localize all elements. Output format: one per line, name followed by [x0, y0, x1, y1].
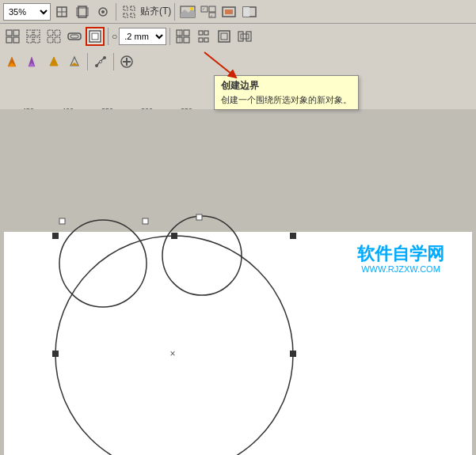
snap-icon-btn[interactable]: ✓ ✓ [199, 2, 218, 21]
frame-btn[interactable] [219, 2, 238, 21]
svg-point-60 [95, 64, 98, 67]
svg-rect-24 [6, 37, 12, 43]
svg-rect-25 [13, 30, 19, 36]
svg-rect-32 [55, 30, 60, 36]
svg-rect-42 [184, 37, 189, 43]
freehand-btn[interactable] [3, 52, 22, 71]
svg-rect-52 [241, 34, 249, 39]
select-shape-btn[interactable] [3, 27, 22, 46]
svg-rect-35 [68, 33, 81, 40]
separator1 [116, 3, 116, 21]
svg-rect-30 [34, 37, 40, 43]
svg-rect-40 [184, 30, 189, 36]
round-rect-btn[interactable] [44, 27, 63, 46]
svg-rect-41 [177, 37, 182, 43]
handle-mr[interactable] [290, 351, 296, 357]
svg-rect-23 [6, 30, 12, 36]
fit-page-btn[interactable] [73, 2, 92, 21]
view-btn[interactable] [93, 2, 112, 21]
svg-rect-47 [204, 38, 208, 42]
svg-rect-49 [221, 33, 227, 40]
svg-rect-28 [27, 37, 32, 43]
svg-point-13 [190, 7, 193, 10]
inner-round-btn[interactable] [65, 27, 84, 46]
eyedrop-btn[interactable] [24, 52, 43, 71]
toolbar-row1: 35% 50% 75% 100% 贴齐(T) ✓ ✓ [0, 0, 476, 24]
mm-input[interactable]: .2 mm .5 mm 1 mm [119, 28, 166, 45]
svg-rect-46 [199, 38, 203, 42]
circle-icon: ○ [112, 31, 117, 42]
svg-rect-39 [177, 30, 182, 36]
extra-btn[interactable] [240, 2, 259, 21]
plus-btn[interactable] [117, 52, 136, 71]
svg-rect-36 [70, 35, 78, 38]
svg-rect-9 [124, 13, 128, 17]
snap-label[interactable]: 贴齐(T) [140, 5, 171, 18]
svg-point-6 [101, 10, 105, 13]
svg-rect-22 [243, 7, 249, 17]
svg-rect-10 [131, 13, 135, 17]
align-btn4[interactable] [235, 27, 254, 46]
svg-point-62 [103, 56, 106, 59]
zoom-tool-btn[interactable] [52, 2, 71, 21]
svg-rect-29 [34, 30, 40, 36]
tooltip-box: 创建边界 创建一个围绕所选对象的新对象。 [214, 75, 359, 110]
svg-rect-31 [48, 30, 53, 36]
handle-tr[interactable] [290, 233, 296, 239]
snap-grid-btn[interactable] [120, 2, 139, 21]
image-btn1[interactable] [178, 2, 197, 21]
right-ear-circle[interactable] [162, 216, 242, 295]
svg-rect-33 [48, 37, 53, 43]
pen-btn[interactable] [91, 52, 110, 71]
fill-btn[interactable] [65, 52, 84, 71]
toolbar-row2: ○ .2 mm .5 mm 1 mm [0, 24, 476, 49]
svg-rect-7 [124, 6, 128, 10]
separator5 [87, 53, 88, 70]
svg-text:✓: ✓ [210, 13, 213, 18]
svg-rect-20 [225, 9, 233, 14]
separator6 [113, 53, 114, 70]
center-cross: × [169, 348, 175, 359]
create-boundary-btn[interactable] [86, 27, 105, 46]
handle-tl[interactable] [52, 233, 59, 239]
watermark-line2: WWW.RJZXW.COM [357, 264, 444, 275]
svg-marker-57 [50, 57, 58, 66]
align-btn2[interactable] [194, 27, 213, 46]
separator2 [174, 3, 175, 21]
node-handle-3[interactable] [196, 214, 202, 220]
svg-rect-8 [131, 6, 135, 10]
node-handle-1[interactable] [59, 218, 65, 224]
left-ear-circle[interactable] [59, 220, 147, 307]
handle-ml[interactable] [52, 351, 59, 357]
svg-rect-45 [204, 31, 208, 35]
align-btn1[interactable] [173, 27, 192, 46]
svg-rect-44 [199, 31, 203, 35]
svg-point-61 [100, 61, 102, 63]
node-handle-2[interactable] [143, 218, 148, 224]
drawing-canvas[interactable]: × [0, 109, 476, 455]
svg-rect-27 [27, 30, 32, 36]
canvas-area: × 软件自学网 WWW.RJZXW.COM [0, 109, 476, 455]
svg-rect-26 [13, 37, 19, 43]
align-btn3[interactable] [215, 27, 234, 46]
big-circle[interactable] [55, 236, 293, 455]
svg-rect-48 [219, 31, 230, 42]
svg-rect-34 [55, 37, 60, 43]
watermark-line1: 软件自学网 [357, 244, 444, 264]
zoom-select[interactable]: 35% 50% 75% 100% [3, 3, 51, 21]
separator4 [169, 28, 170, 45]
toolbar-row3 [0, 49, 476, 74]
separator3 [108, 28, 109, 45]
handle-tc[interactable] [171, 233, 177, 239]
svg-text:✓: ✓ [202, 6, 205, 11]
tooltip-desc: 创建一个围绕所选对象的新对象。 [221, 94, 352, 106]
inner-rect-btn[interactable] [24, 27, 43, 46]
tooltip-title: 创建边界 [221, 79, 352, 93]
paintbucket-btn[interactable] [44, 52, 63, 71]
svg-rect-15 [209, 6, 215, 12]
svg-marker-12 [181, 9, 195, 17]
watermark: 软件自学网 WWW.RJZXW.COM [357, 244, 444, 275]
svg-rect-38 [92, 33, 98, 40]
